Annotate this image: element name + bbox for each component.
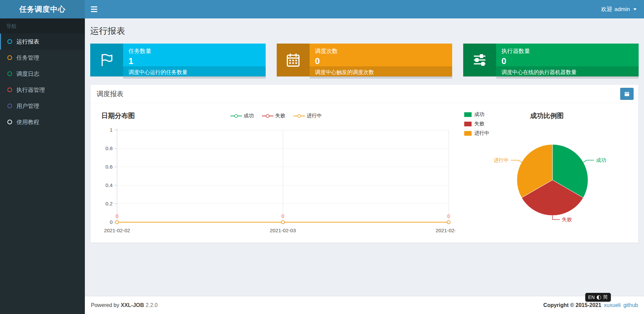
version: 2.2.0 — [146, 302, 158, 308]
hamburger-icon — [91, 6, 97, 7]
navbar: 欢迎 admin — [85, 0, 644, 18]
content-area: 运行报表 任务数量 1 调度中心运行的任 — [85, 18, 644, 296]
legend-item[interactable]: 进行中 — [293, 113, 322, 119]
svg-text:进行中: 进行中 — [494, 157, 509, 163]
line-chart-title: 日期分布图 — [101, 111, 135, 120]
report-panel-header: 调度报表 — [91, 85, 638, 103]
circle-o-icon — [7, 87, 12, 92]
svg-text:0.8: 0.8 — [106, 145, 113, 151]
svg-text:0.6: 0.6 — [106, 164, 113, 170]
ime-cn-label: 简 — [603, 294, 608, 300]
svg-text:0.2: 0.2 — [106, 201, 113, 206]
sidebar-section-label: 导航 — [0, 18, 85, 34]
brand-name: XXL-JOB — [121, 302, 144, 308]
welcome-label: 欢迎 — [601, 5, 612, 13]
calendar-icon — [277, 44, 310, 76]
calendar-icon — [624, 91, 630, 97]
circle-o-icon — [7, 120, 12, 124]
svg-text:0.4: 0.4 — [106, 182, 113, 188]
sidebar-item-label: 调度日志 — [16, 70, 39, 78]
flag-icon — [90, 44, 123, 76]
sidebar-item-executor-manage[interactable]: 执行器管理 — [0, 82, 85, 98]
stat-title: 执行器数量 — [501, 47, 633, 55]
svg-text:0: 0 — [110, 219, 112, 225]
legend-item[interactable]: 进行中 — [464, 130, 489, 136]
sidebar-item-user-manage[interactable]: 用户管理 — [0, 98, 85, 114]
stat-box-trigger-count: 调度次数 0 调度中心触发的调度次数 — [277, 44, 452, 76]
page-title: 运行报表 — [90, 18, 639, 44]
pie-chart-canvas: 成功失败进行中 — [455, 120, 638, 234]
legend-item[interactable]: 成功 — [464, 111, 489, 118]
sidebar-item-label: 运行报表 — [16, 38, 39, 46]
pie-chart-legend: 成功失败进行中 — [464, 111, 489, 136]
circle-o-icon — [7, 39, 12, 44]
footer: Powered by XXL-JOB2.2.0 Copyright © 2015… — [85, 296, 644, 314]
svg-text:2021-02-02: 2021-02-02 — [104, 228, 130, 233]
line-chart-canvas: 00.20.40.60.812021-02-022021-02-032021-0… — [97, 123, 455, 237]
sidebar-item-job-manage[interactable]: 任务管理 — [0, 50, 85, 66]
legend-item[interactable]: 失败 — [262, 113, 285, 119]
ime-language-badge[interactable]: EN 简 — [585, 293, 611, 302]
circle-o-icon — [7, 55, 12, 60]
sidebar-item-label: 使用教程 — [16, 118, 39, 126]
stat-value: 0 — [501, 56, 633, 66]
sidebar-item-help[interactable]: 使用教程 — [0, 114, 85, 130]
stat-value: 1 — [128, 56, 260, 66]
top-header: 任务调度中心 欢迎 admin — [0, 0, 644, 18]
link-github[interactable]: github — [623, 302, 638, 308]
svg-text:1: 1 — [110, 127, 112, 133]
sidebar-toggle-button[interactable] — [85, 0, 103, 18]
svg-text:0: 0 — [281, 213, 284, 219]
line-chart-legend: 成功失败进行中 — [97, 111, 455, 119]
stat-desc: 调度中心在线的执行器机器数量 — [496, 66, 639, 79]
ime-en-label: EN — [588, 295, 595, 300]
circle-o-icon — [7, 71, 12, 76]
legend-item[interactable]: 成功 — [230, 113, 254, 119]
copyright: Copyright © 2015-2021 — [543, 302, 601, 308]
half-circle-icon — [597, 295, 601, 300]
powered-by: Powered by XXL-JOB2.2.0 — [91, 302, 158, 308]
stat-box-job-count: 任务数量 1 调度中心运行的任务数量 — [90, 44, 266, 76]
username: admin — [614, 6, 630, 13]
stat-desc: 调度中心触发的调度次数 — [310, 66, 452, 79]
date-distribution-chart: 日期分布图 成功失败进行中 00.20.40.60.812021-02-0220… — [97, 111, 455, 237]
sidebar-item-label: 任务管理 — [16, 54, 39, 62]
sidebar-item-label: 执行器管理 — [16, 86, 45, 94]
panel-title: 调度报表 — [97, 89, 123, 99]
legend-item[interactable]: 失败 — [464, 121, 489, 127]
stat-desc: 调度中心运行的任务数量 — [123, 66, 266, 79]
date-range-button[interactable] — [620, 88, 634, 100]
link-xuxueli[interactable]: xuxueli — [604, 302, 621, 308]
user-menu[interactable]: 欢迎 admin — [594, 0, 644, 18]
sidebar-item-dashboard[interactable]: 运行报表 — [0, 34, 85, 50]
sidebar-item-job-log[interactable]: 调度日志 — [0, 66, 85, 82]
stat-title: 任务数量 — [128, 47, 260, 55]
chevron-down-icon — [633, 8, 637, 10]
success-ratio-chart: 成功失败进行中 成功比例图 成功失败进行中 — [455, 111, 638, 237]
stat-value: 0 — [315, 56, 447, 66]
sidebar: 导航 运行报表 任务管理 调度日志 执行器管理 用户管理 使用教程 — [0, 18, 85, 314]
svg-text:0: 0 — [116, 213, 118, 219]
circle-o-icon — [7, 104, 12, 108]
stat-title: 调度次数 — [315, 47, 447, 55]
svg-text:2021-02-03: 2021-02-03 — [270, 228, 296, 233]
stat-row: 任务数量 1 调度中心运行的任务数量 — [90, 44, 639, 76]
sidebar-item-label: 用户管理 — [16, 102, 39, 110]
svg-text:成功: 成功 — [596, 157, 606, 163]
stat-box-executor-count: 执行器数量 0 调度中心在线的执行器机器数量 — [463, 44, 639, 76]
app-logo[interactable]: 任务调度中心 — [0, 0, 85, 18]
sliders-icon — [463, 44, 496, 76]
report-panel: 调度报表 日期分布图 — [90, 84, 639, 243]
charts-row: 日期分布图 成功失败进行中 00.20.40.60.812021-02-0220… — [91, 103, 638, 243]
svg-text:0: 0 — [447, 213, 450, 219]
svg-text:失败: 失败 — [562, 216, 572, 222]
svg-text:2021-02-04: 2021-02-04 — [436, 228, 455, 233]
